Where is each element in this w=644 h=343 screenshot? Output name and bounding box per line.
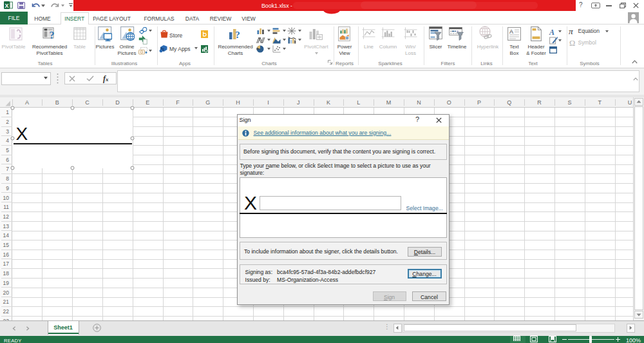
svg-text:?: ? <box>235 30 240 40</box>
svg-text:A: A <box>509 28 513 35</box>
svg-text:X: X <box>5 3 8 9</box>
svg-text:?: ? <box>50 30 55 41</box>
